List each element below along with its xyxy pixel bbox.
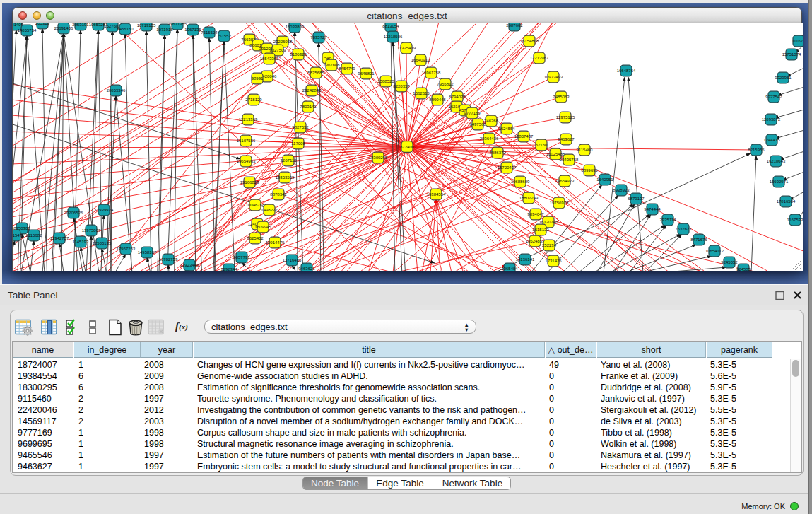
- svg-text:10046768: 10046768: [246, 203, 265, 207]
- svg-text:23226058: 23226058: [273, 40, 293, 44]
- svg-text:12213369: 12213369: [239, 117, 258, 122]
- svg-text:16107556: 16107556: [237, 139, 256, 143]
- svg-text:1615132: 1615132: [532, 228, 549, 232]
- svg-text:2367608: 2367608: [323, 63, 340, 67]
- svg-text:1292344: 1292344: [220, 267, 237, 271]
- svg-text:19756928: 19756928: [550, 201, 569, 205]
- svg-text:7835727: 7835727: [310, 35, 327, 40]
- svg-text:1365404: 1365404: [501, 267, 518, 271]
- svg-text:17957253: 17957253: [117, 247, 136, 251]
- svg-text:7955812: 7955812: [437, 82, 454, 86]
- svg-text:19166829: 19166829: [240, 180, 259, 185]
- svg-text:16961758: 16961758: [422, 71, 441, 75]
- svg-text:8813054: 8813054: [382, 24, 399, 28]
- svg-text:10807487: 10807487: [514, 134, 534, 139]
- svg-text:8471676: 8471676: [690, 238, 707, 242]
- svg-text:751552: 751552: [217, 34, 232, 38]
- svg-text:111679: 111679: [792, 39, 803, 43]
- svg-text:1167533: 1167533: [787, 218, 803, 222]
- svg-text:14136141: 14136141: [516, 257, 535, 262]
- svg-text:7625402: 7625402: [247, 236, 264, 240]
- svg-text:7632621: 7632621: [675, 227, 692, 231]
- svg-text:18807249: 18807249: [519, 196, 539, 200]
- svg-text:16120746: 16120746: [539, 220, 558, 224]
- svg-text:252234: 252234: [542, 243, 557, 247]
- svg-text:1731426: 1731426: [545, 259, 562, 263]
- svg-text:7803141: 7803141: [300, 105, 317, 109]
- svg-text:19654963: 19654963: [237, 159, 256, 163]
- svg-text:17016504: 17016504: [777, 199, 796, 204]
- svg-text:9857791: 9857791: [233, 255, 250, 259]
- svg-text:8454749: 8454749: [339, 66, 355, 71]
- svg-text:7515524: 7515524: [201, 30, 218, 35]
- svg-text:11325419: 11325419: [397, 46, 416, 50]
- svg-text:8186328: 8186328: [290, 52, 307, 57]
- svg-text:19384554: 19384554: [427, 192, 446, 197]
- svg-text:9329961: 9329961: [775, 76, 792, 80]
- svg-text:20206526: 20206526: [64, 211, 83, 215]
- svg-text:2718129: 2718129: [245, 98, 262, 102]
- svg-text:19654923: 19654923: [555, 179, 575, 183]
- svg-text:12093872: 12093872: [762, 117, 781, 122]
- svg-text:8938923: 8938923: [613, 188, 630, 192]
- svg-text:98991: 98991: [252, 76, 264, 81]
- svg-text:1967135: 1967135: [184, 28, 201, 32]
- svg-text:23242848: 23242848: [302, 88, 322, 93]
- svg-text:117008: 117008: [291, 141, 305, 146]
- svg-text:16640910: 16640910: [411, 58, 430, 62]
- svg-text:9646821: 9646821: [358, 71, 375, 76]
- svg-text:18300295: 18300295: [369, 156, 388, 160]
- svg-text:17939924: 17939924: [95, 208, 114, 212]
- svg-text:20364436: 20364436: [480, 136, 499, 141]
- svg-text:10654112: 10654112: [705, 249, 724, 253]
- svg-text:1071915: 1071915: [156, 28, 173, 32]
- svg-text:205319: 205319: [35, 23, 50, 25]
- svg-text:5875685: 5875685: [307, 71, 324, 75]
- svg-text:924505: 924505: [736, 267, 751, 271]
- svg-text:9827552: 9827552: [292, 125, 309, 129]
- svg-text:8220357: 8220357: [393, 84, 410, 88]
- svg-text:13975867: 13975867: [82, 228, 101, 233]
- svg-text:8990448: 8990448: [429, 98, 446, 102]
- svg-text:6794028: 6794028: [449, 95, 466, 99]
- svg-text:8878342: 8878342: [270, 192, 287, 197]
- svg-text:3267110: 3267110: [281, 158, 298, 163]
- svg-text:15692971: 15692971: [770, 180, 789, 184]
- svg-text:1609945: 1609945: [254, 225, 271, 229]
- svg-text:391547: 391547: [13, 233, 23, 238]
- svg-text:2935114: 2935114: [660, 218, 677, 222]
- svg-text:12942757: 12942757: [50, 236, 69, 240]
- svg-text:12505135: 12505135: [93, 241, 112, 245]
- svg-text:16033809: 16033809: [286, 25, 305, 29]
- svg-text:20053346: 20053346: [107, 88, 126, 93]
- svg-text:9474444: 9474444: [644, 207, 661, 211]
- svg-text:16648764: 16648764: [617, 69, 636, 73]
- svg-text:1588520: 1588520: [377, 79, 394, 83]
- svg-text:9463627: 9463627: [558, 137, 575, 141]
- svg-text:19353569: 19353569: [276, 175, 295, 180]
- svg-text:6497568: 6497568: [469, 122, 486, 127]
- svg-text:15751074: 15751074: [782, 52, 801, 57]
- svg-text:8215955: 8215955: [748, 148, 765, 152]
- svg-text:10025488: 10025488: [546, 152, 565, 156]
- svg-text:13975125: 13975125: [556, 115, 575, 119]
- svg-text:10688609: 10688609: [511, 180, 530, 184]
- svg-text:9327509: 9327509: [269, 48, 286, 52]
- svg-text:7986372: 7986372: [489, 151, 506, 155]
- svg-text:9115460: 9115460: [577, 148, 594, 152]
- svg-text:7485063: 7485063: [553, 95, 570, 99]
- svg-text:6899695: 6899695: [581, 168, 598, 173]
- svg-text:14958107: 14958107: [138, 250, 157, 255]
- svg-text:12218506: 12218506: [384, 35, 403, 39]
- svg-text:13716485: 13716485: [283, 258, 302, 262]
- svg-text:2053191: 2053191: [72, 23, 89, 27]
- svg-text:16210643: 16210643: [767, 159, 786, 163]
- svg-text:746266: 746266: [484, 119, 499, 123]
- svg-text:23495758: 23495758: [560, 158, 579, 162]
- svg-text:1640951: 1640951: [596, 177, 613, 182]
- svg-text:9245052: 9245052: [721, 260, 738, 264]
- svg-text:1145193: 1145193: [73, 240, 90, 244]
- svg-text:9777169: 9777169: [464, 111, 481, 115]
- svg-text:1498222: 1498222: [261, 208, 278, 212]
- svg-text:19914479: 19914479: [266, 240, 285, 245]
